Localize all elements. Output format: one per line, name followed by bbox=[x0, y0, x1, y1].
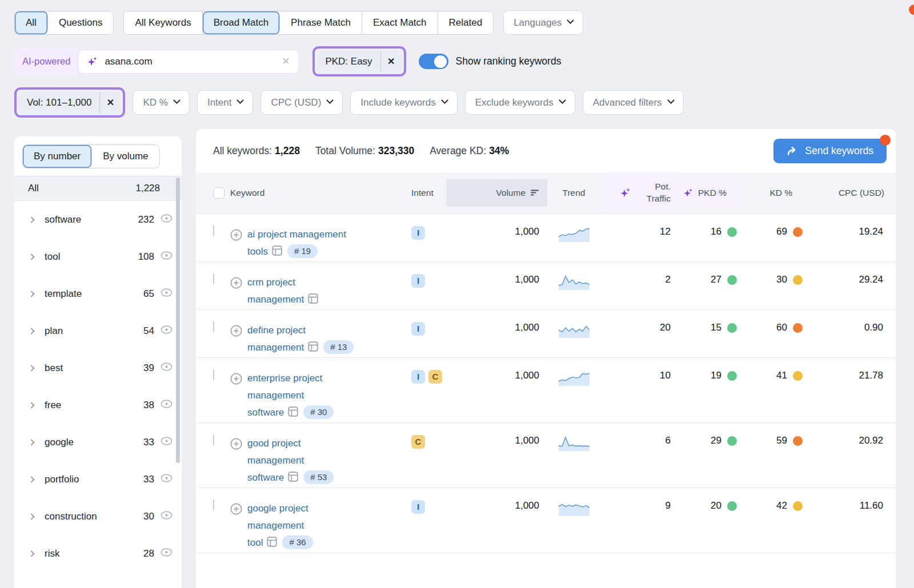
advanced-filters-dropdown[interactable]: Advanced filters bbox=[583, 90, 684, 115]
sidebar-item-software[interactable]: software232 bbox=[14, 201, 182, 238]
row-checkbox[interactable] bbox=[213, 369, 214, 380]
serp-features-icon[interactable] bbox=[267, 535, 277, 553]
sidebar-item-portfolio[interactable]: portfolio33 bbox=[14, 461, 182, 498]
eye-icon[interactable] bbox=[161, 474, 173, 485]
serp-features-icon[interactable] bbox=[308, 292, 318, 309]
eye-icon[interactable] bbox=[161, 325, 173, 336]
eye-icon[interactable] bbox=[161, 437, 173, 448]
tab-broad-match[interactable]: Broad Match bbox=[203, 11, 280, 34]
sidebar-item-google[interactable]: google33 bbox=[14, 424, 182, 461]
serp-features-icon[interactable] bbox=[288, 470, 298, 488]
chevron-right-icon[interactable] bbox=[28, 291, 34, 297]
sidebar-all-row[interactable]: All 1,228 bbox=[14, 176, 182, 201]
header-kd[interactable]: KD % bbox=[741, 179, 807, 207]
search-clear-icon[interactable]: ✕ bbox=[280, 55, 291, 67]
volume-chip-remove-icon[interactable]: ✕ bbox=[99, 92, 121, 113]
header-volume[interactable]: Volume bbox=[446, 179, 547, 207]
chevron-right-icon[interactable] bbox=[28, 253, 34, 260]
chevron-right-icon[interactable] bbox=[28, 513, 34, 519]
keyword-link[interactable]: ai project management bbox=[247, 229, 346, 240]
add-keyword-icon[interactable] bbox=[230, 373, 242, 422]
eye-icon[interactable] bbox=[161, 511, 173, 522]
keyword-link[interactable]: management bbox=[247, 294, 304, 305]
add-keyword-icon[interactable] bbox=[230, 503, 242, 553]
intent-dropdown[interactable]: Intent bbox=[197, 90, 254, 115]
send-keywords-button[interactable]: Send keywords bbox=[773, 139, 887, 163]
cpc-usd--dropdown[interactable]: CPC (USD) bbox=[260, 90, 343, 115]
eye-icon[interactable] bbox=[161, 363, 173, 373]
header-pot-traffic[interactable]: Pot.Traffic bbox=[600, 172, 678, 214]
keyword-link[interactable]: tool bbox=[247, 537, 263, 548]
keyword-link[interactable]: tools bbox=[247, 246, 268, 257]
serp-features-icon[interactable] bbox=[272, 244, 282, 261]
chevron-right-icon[interactable] bbox=[28, 550, 34, 557]
tab-questions[interactable]: Questions bbox=[48, 11, 114, 34]
row-checkbox[interactable] bbox=[213, 500, 214, 510]
keyword-link[interactable]: management bbox=[247, 520, 304, 531]
tab-related[interactable]: Related bbox=[438, 11, 494, 34]
group-name: best bbox=[45, 363, 63, 374]
tab-exact-match[interactable]: Exact Match bbox=[362, 11, 438, 34]
sidebar-item-tool[interactable]: tool108 bbox=[14, 238, 182, 275]
eye-icon[interactable] bbox=[161, 214, 173, 225]
sidebar-item-plan[interactable]: plan54 bbox=[14, 312, 182, 349]
keyword-link[interactable]: enterprise project bbox=[247, 373, 322, 384]
match-type-tabs: All KeywordsBroad MatchPhrase MatchExact… bbox=[123, 11, 494, 35]
pkd-filter-chip[interactable]: PKD: Easy ✕ bbox=[317, 51, 401, 72]
keyword-link[interactable]: software bbox=[247, 407, 284, 418]
select-all-checkbox[interactable] bbox=[213, 187, 225, 199]
table-row: ai project managementtools# 19I1,0001216… bbox=[196, 214, 896, 261]
sidebar-scrollbar[interactable] bbox=[176, 178, 180, 463]
row-checkbox[interactable] bbox=[213, 321, 214, 332]
pkd-chip-remove-icon[interactable]: ✕ bbox=[380, 51, 402, 72]
keyword-link[interactable]: management bbox=[247, 342, 304, 353]
sidebar-item-construction[interactable]: construction30 bbox=[14, 498, 182, 535]
keyword-link[interactable]: good project bbox=[247, 438, 301, 449]
keyword-link[interactable]: crm project bbox=[247, 277, 295, 288]
keyword-link[interactable]: software bbox=[247, 472, 284, 483]
eye-icon[interactable] bbox=[161, 400, 173, 410]
tab-all[interactable]: All bbox=[15, 11, 48, 34]
tab-phrase-match[interactable]: Phrase Match bbox=[280, 11, 362, 34]
add-keyword-icon[interactable] bbox=[230, 229, 242, 261]
exclude-keywords-dropdown[interactable]: Exclude keywords bbox=[465, 90, 575, 115]
header-pkd[interactable]: PKD % bbox=[678, 179, 741, 207]
eye-icon[interactable] bbox=[161, 288, 173, 299]
tab-all-keywords[interactable]: All Keywords bbox=[124, 11, 202, 34]
chevron-right-icon[interactable] bbox=[28, 439, 34, 445]
header-cpc[interactable]: CPC (USD) bbox=[807, 179, 896, 207]
kd--dropdown[interactable]: KD % bbox=[133, 90, 189, 115]
intent-cell: I bbox=[399, 214, 446, 261]
sidebar-item-risk[interactable]: risk28 bbox=[14, 535, 182, 572]
keyword-link[interactable]: define project bbox=[247, 325, 306, 336]
show-ranking-toggle[interactable] bbox=[419, 54, 448, 69]
keyword-link[interactable]: management bbox=[247, 455, 304, 466]
row-checkbox[interactable] bbox=[213, 225, 214, 236]
add-keyword-icon[interactable] bbox=[230, 325, 242, 357]
chevron-right-icon[interactable] bbox=[28, 216, 34, 223]
keyword-link[interactable]: management bbox=[247, 390, 304, 401]
search-input[interactable]: asana.com ✕ bbox=[78, 50, 299, 74]
keyword-line: management bbox=[247, 291, 318, 309]
sidebar-item-free[interactable]: free38 bbox=[14, 386, 182, 424]
keyword-link[interactable]: google project bbox=[247, 503, 308, 514]
sidebar-tab-by-volume[interactable]: By volume bbox=[92, 145, 159, 168]
include-keywords-dropdown[interactable]: Include keywords bbox=[350, 90, 457, 115]
languages-dropdown[interactable]: Languages bbox=[503, 10, 583, 35]
chevron-right-icon[interactable] bbox=[28, 365, 34, 371]
chevron-right-icon[interactable] bbox=[28, 476, 34, 482]
sidebar-tab-by-number[interactable]: By number bbox=[23, 145, 92, 168]
eye-icon[interactable] bbox=[161, 251, 173, 262]
add-keyword-icon[interactable] bbox=[230, 438, 242, 488]
row-checkbox[interactable] bbox=[213, 273, 214, 284]
chevron-right-icon[interactable] bbox=[28, 402, 34, 408]
add-keyword-icon[interactable] bbox=[230, 277, 242, 309]
serp-features-icon[interactable] bbox=[308, 340, 318, 357]
serp-features-icon[interactable] bbox=[288, 405, 298, 422]
eye-icon[interactable] bbox=[161, 548, 173, 559]
volume-filter-chip[interactable]: Vol: 101–1,000 ✕ bbox=[19, 92, 121, 113]
sidebar-item-template[interactable]: template65 bbox=[14, 275, 182, 312]
row-checkbox[interactable] bbox=[213, 434, 214, 445]
sidebar-item-best[interactable]: best39 bbox=[14, 349, 182, 386]
chevron-right-icon[interactable] bbox=[28, 328, 34, 334]
